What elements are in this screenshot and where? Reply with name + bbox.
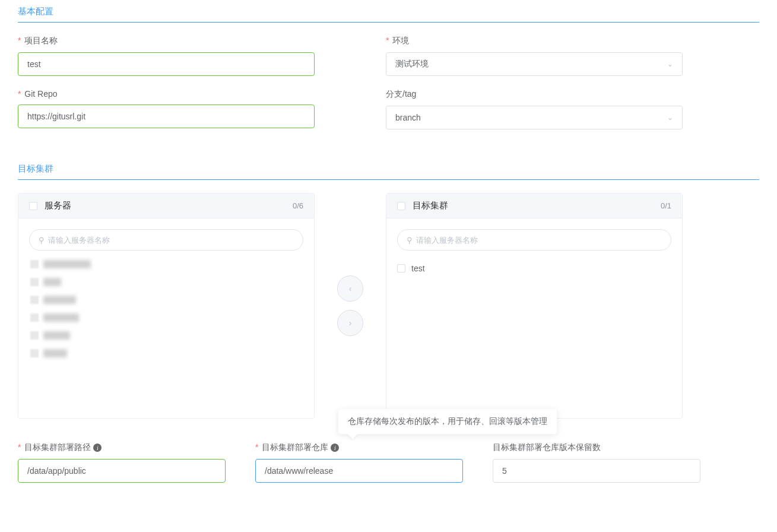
label-git-repo: Git Repo [18, 89, 315, 99]
input-keep-count[interactable] [493, 459, 700, 483]
server-list-redacted [29, 260, 303, 357]
transfer-title-cluster: 目标集群 [413, 200, 448, 211]
label-project-name: 项目名称 [18, 36, 315, 46]
form-item-keep-count: 目标集群部署仓库版本保留数 [493, 442, 700, 483]
section-target-cluster: 目标集群 [18, 163, 759, 180]
form-item-deploy-path: 目标集群部署路径 i [18, 442, 226, 483]
form-item-project-name: 项目名称 [18, 36, 315, 76]
form-item-git-repo: Git Repo [18, 89, 315, 129]
list-item[interactable]: test [397, 260, 671, 277]
form-item-env: 环境 测试环境 ⌄ [386, 36, 683, 76]
transfer-count-cluster: 0/1 [661, 201, 671, 210]
section-basic-config: 基本配置 [18, 6, 759, 23]
select-branch-tag-value: branch [395, 113, 421, 122]
transfer-left-button[interactable]: ‹ [337, 276, 363, 302]
transfer-panel-servers: 服务器 0/6 ⚲ [18, 193, 315, 419]
transfer-count-servers: 0/6 [293, 201, 303, 210]
search-servers[interactable]: ⚲ [29, 229, 303, 251]
transfer-header-right: 目标集群 0/1 [386, 194, 682, 218]
transfer-right-button[interactable]: › [337, 310, 363, 336]
search-cluster[interactable]: ⚲ [397, 229, 671, 251]
select-env-value: 测试环境 [395, 59, 429, 69]
label-deploy-path: 目标集群部署路径 [18, 442, 91, 453]
label-branch-tag: 分支/tag [386, 89, 683, 100]
form-item-branch-tag: 分支/tag branch ⌄ [386, 89, 683, 129]
label-deploy-repo: 目标集群部署仓库 [255, 442, 328, 453]
transfer-title-servers: 服务器 [45, 200, 71, 211]
select-branch-tag[interactable]: branch ⌄ [386, 106, 683, 129]
chevron-right-icon: › [349, 318, 352, 328]
checkbox-item[interactable] [397, 264, 405, 273]
form-item-deploy-repo: 仓库存储每次发布的版本，用于储存、回滚等版本管理 目标集群部署仓库 i [255, 442, 463, 483]
input-deploy-repo[interactable] [255, 459, 463, 483]
search-input-servers[interactable] [48, 236, 294, 245]
input-deploy-path[interactable] [18, 459, 226, 483]
list-item-label: test [411, 264, 425, 273]
search-input-cluster[interactable] [416, 236, 662, 245]
info-icon[interactable]: i [93, 444, 102, 452]
checkbox-all-cluster[interactable] [397, 202, 405, 210]
input-git-repo[interactable] [18, 104, 315, 128]
chevron-left-icon: ‹ [349, 284, 352, 293]
chevron-down-icon: ⌄ [667, 113, 673, 122]
transfer-panel-cluster: 目标集群 0/1 ⚲ test [386, 193, 683, 419]
tooltip-deploy-repo: 仓库存储每次发布的版本，用于储存、回滚等版本管理 [338, 409, 557, 434]
checkbox-all-servers[interactable] [29, 202, 37, 210]
search-icon: ⚲ [39, 236, 45, 245]
input-project-name[interactable] [18, 52, 315, 76]
info-icon[interactable]: i [331, 444, 339, 452]
label-keep-count: 目标集群部署仓库版本保留数 [493, 442, 700, 453]
chevron-down-icon: ⌄ [667, 60, 673, 68]
select-env[interactable]: 测试环境 ⌄ [386, 52, 683, 76]
label-env: 环境 [386, 36, 683, 46]
search-icon: ⚲ [407, 236, 413, 245]
transfer-buttons: ‹ › [326, 276, 374, 336]
transfer-widget: 服务器 0/6 ⚲ ‹ › [18, 193, 759, 419]
transfer-header-left: 服务器 0/6 [18, 194, 314, 218]
